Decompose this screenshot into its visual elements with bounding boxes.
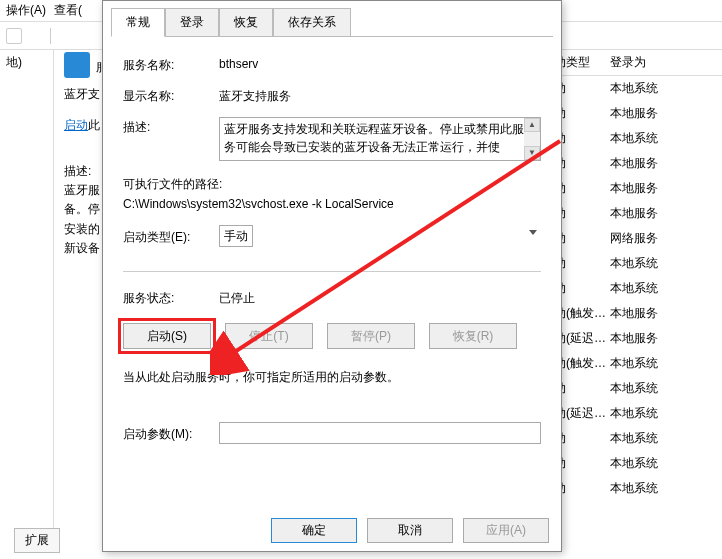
col-start-type[interactable]: 动类型 [554, 54, 610, 71]
status-value: 已停止 [219, 288, 541, 307]
table-row[interactable]: 动本地系统 [552, 276, 722, 301]
menu-action[interactable]: 操作(A) [6, 2, 46, 19]
description-label: 描述: [123, 117, 219, 136]
tab-general[interactable]: 常规 [111, 8, 165, 37]
sidebar-item[interactable]: 地) [0, 50, 53, 75]
table-row[interactable]: 动本地服务 [552, 151, 722, 176]
table-row[interactable]: 动本地服务 [552, 201, 722, 226]
start-link[interactable]: 启动 [64, 118, 88, 132]
tab-deps[interactable]: 依存关系 [273, 8, 351, 37]
table-row[interactable]: 动本地系统 [552, 126, 722, 151]
column-headers: 动类型 登录为 [552, 50, 722, 76]
back-icon[interactable] [6, 28, 22, 44]
table-row[interactable]: 动本地系统 [552, 451, 722, 476]
chevron-down-icon [529, 230, 537, 235]
resume-button: 恢复(R) [429, 323, 517, 349]
param-input[interactable] [219, 422, 541, 444]
table-row[interactable]: 动本地服务 [552, 176, 722, 201]
cancel-button[interactable]: 取消 [367, 518, 453, 543]
tab-recovery[interactable]: 恢复 [219, 8, 273, 37]
separator [50, 28, 51, 44]
tab-strip: 常规 登录 恢复 依存关系 [103, 1, 561, 36]
start-type-select[interactable]: 手动 [219, 225, 253, 247]
table-row[interactable]: 动(延迟…本地服务 [552, 326, 722, 351]
table-row[interactable]: 动(延迟…本地系统 [552, 401, 722, 426]
ext-tab[interactable]: 扩展 [14, 528, 60, 553]
scrollbar[interactable]: ▲ ▼ [524, 118, 540, 160]
start-suffix: 此 [88, 118, 100, 132]
dialog-footer: 确定 取消 应用(A) [271, 518, 549, 543]
col-logon-as[interactable]: 登录为 [610, 54, 720, 71]
start-button-highlight: 启动(S) [123, 323, 211, 349]
service-name-value: bthserv [219, 55, 541, 71]
stop-button: 停止(T) [225, 323, 313, 349]
menu-view[interactable]: 查看( [54, 2, 82, 19]
start-type-label: 启动类型(E): [123, 227, 219, 246]
service-list-icon [64, 52, 90, 78]
apply-button: 应用(A) [463, 518, 549, 543]
display-name-label: 显示名称: [123, 86, 219, 105]
path-value: C:\Windows\system32\svchost.exe -k Local… [123, 197, 541, 211]
table-row[interactable]: 动本地系统 [552, 476, 722, 501]
pause-button: 暂停(P) [327, 323, 415, 349]
path-label: 可执行文件的路径: [123, 176, 541, 193]
forward-icon[interactable] [26, 28, 42, 44]
status-label: 服务状态: [123, 288, 219, 307]
divider [123, 271, 541, 272]
tab-content: 服务名称: bthserv 显示名称: 蓝牙支持服务 描述: 蓝牙服务支持发现和… [111, 36, 553, 510]
tab-logon[interactable]: 登录 [165, 8, 219, 37]
table-row[interactable]: 动本地系统 [552, 76, 722, 101]
sidebar: 地) [0, 50, 54, 530]
description-textarea[interactable]: 蓝牙服务支持发现和关联远程蓝牙设备。停止或禁用此服务可能会导致已安装的蓝牙设备无… [219, 117, 541, 161]
table-row[interactable]: 动(触发…本地系统 [552, 351, 722, 376]
hint-text: 当从此处启动服务时，你可指定所适用的启动参数。 [123, 369, 541, 386]
table-row[interactable]: 动本地系统 [552, 376, 722, 401]
scroll-up-icon[interactable]: ▲ [524, 118, 540, 132]
rows-container: 动本地系统动本地服务动本地系统动本地服务动本地服务动本地服务动网络服务动本地系统… [552, 76, 722, 501]
table-row[interactable]: 动本地服务 [552, 101, 722, 126]
scroll-down-icon[interactable]: ▼ [524, 146, 540, 160]
service-name-label: 服务名称: [123, 55, 219, 74]
properties-dialog: 常规 登录 恢复 依存关系 服务名称: bthserv 显示名称: 蓝牙支持服务… [102, 0, 562, 552]
table-row[interactable]: 动(触发…本地服务 [552, 301, 722, 326]
table-row[interactable]: 动本地系统 [552, 426, 722, 451]
display-name-value: 蓝牙支持服务 [219, 86, 541, 105]
ok-button[interactable]: 确定 [271, 518, 357, 543]
start-button[interactable]: 启动(S) [123, 323, 211, 349]
param-label: 启动参数(M): [123, 424, 219, 443]
table-row[interactable]: 动网络服务 [552, 226, 722, 251]
services-list: 动类型 登录为 动本地系统动本地服务动本地系统动本地服务动本地服务动本地服务动网… [552, 50, 722, 501]
table-row[interactable]: 动本地系统 [552, 251, 722, 276]
